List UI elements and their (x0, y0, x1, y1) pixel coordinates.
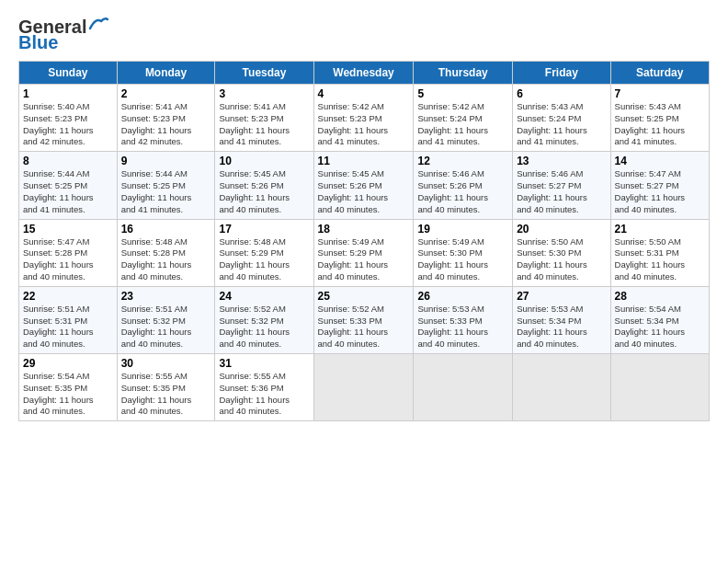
calendar-cell: 25Sunrise: 5:52 AMSunset: 5:33 PMDayligh… (313, 286, 414, 353)
header-thursday: Thursday (414, 62, 513, 85)
day-info: Sunrise: 5:54 AMSunset: 5:34 PMDaylight:… (615, 304, 705, 350)
day-number: 13 (517, 155, 606, 167)
calendar-cell: 20Sunrise: 5:50 AMSunset: 5:30 PMDayligh… (513, 219, 610, 286)
header-row: General Blue (18, 17, 710, 53)
day-number: 19 (417, 223, 508, 236)
calendar-cell: 7Sunrise: 5:43 AMSunset: 5:25 PMDaylight… (610, 85, 709, 152)
calendar-cell (414, 354, 513, 421)
calendar-cell (313, 354, 414, 421)
day-number: 5 (417, 87, 508, 100)
day-number: 6 (517, 87, 606, 100)
calendar-cell: 4Sunrise: 5:42 AMSunset: 5:23 PMDaylight… (313, 85, 414, 152)
day-info: Sunrise: 5:41 AMSunset: 5:23 PMDaylight:… (219, 101, 309, 148)
calendar-cell: 31Sunrise: 5:55 AMSunset: 5:36 PMDayligh… (215, 354, 313, 421)
day-info: Sunrise: 5:53 AMSunset: 5:34 PMDaylight:… (517, 304, 606, 350)
day-info: Sunrise: 5:43 AMSunset: 5:24 PMDaylight:… (517, 101, 606, 148)
header-saturday: Saturday (610, 62, 709, 85)
day-info: Sunrise: 5:55 AMSunset: 5:36 PMDaylight:… (219, 371, 309, 418)
day-number: 16 (121, 223, 211, 236)
day-number: 31 (219, 357, 309, 370)
calendar-cell: 16Sunrise: 5:48 AMSunset: 5:28 PMDayligh… (117, 219, 215, 286)
day-number: 25 (318, 290, 410, 303)
day-info: Sunrise: 5:44 AMSunset: 5:25 PMDaylight:… (23, 168, 113, 215)
calendar-cell: 27Sunrise: 5:53 AMSunset: 5:34 PMDayligh… (513, 286, 610, 353)
day-number: 11 (318, 155, 410, 167)
day-info: Sunrise: 5:48 AMSunset: 5:28 PMDaylight:… (121, 236, 211, 283)
day-info: Sunrise: 5:45 AMSunset: 5:26 PMDaylight:… (318, 168, 410, 215)
calendar-week-5: 29Sunrise: 5:54 AMSunset: 5:35 PMDayligh… (19, 354, 710, 421)
day-info: Sunrise: 5:52 AMSunset: 5:33 PMDaylight:… (318, 304, 410, 350)
day-info: Sunrise: 5:47 AMSunset: 5:28 PMDaylight:… (23, 236, 113, 283)
day-number: 29 (23, 357, 113, 370)
calendar-cell: 13Sunrise: 5:46 AMSunset: 5:27 PMDayligh… (513, 152, 610, 219)
day-info: Sunrise: 5:46 AMSunset: 5:27 PMDaylight:… (517, 168, 606, 215)
day-info: Sunrise: 5:41 AMSunset: 5:23 PMDaylight:… (121, 101, 211, 148)
calendar-cell (513, 354, 610, 421)
header-monday: Monday (117, 62, 215, 85)
day-info: Sunrise: 5:51 AMSunset: 5:32 PMDaylight:… (121, 304, 211, 350)
day-number: 21 (615, 223, 705, 236)
calendar-header-row: SundayMondayTuesdayWednesdayThursdayFrid… (19, 62, 710, 85)
day-info: Sunrise: 5:42 AMSunset: 5:24 PMDaylight:… (417, 101, 508, 148)
day-number: 12 (417, 155, 508, 167)
page-container: General Blue SundayMondayTuesdayWednesda… (0, 0, 728, 431)
header-sunday: Sunday (19, 62, 118, 85)
calendar-table: SundayMondayTuesdayWednesdayThursdayFrid… (18, 61, 710, 421)
day-number: 26 (417, 290, 508, 303)
calendar-cell: 23Sunrise: 5:51 AMSunset: 5:32 PMDayligh… (117, 286, 215, 353)
day-number: 8 (23, 155, 113, 167)
day-info: Sunrise: 5:50 AMSunset: 5:30 PMDaylight:… (517, 236, 606, 283)
day-info: Sunrise: 5:49 AMSunset: 5:29 PMDaylight:… (318, 236, 410, 283)
day-info: Sunrise: 5:45 AMSunset: 5:26 PMDaylight:… (219, 168, 309, 215)
day-number: 9 (121, 155, 211, 167)
day-info: Sunrise: 5:55 AMSunset: 5:35 PMDaylight:… (121, 371, 211, 418)
logo-blue: Blue (18, 32, 58, 53)
calendar-cell (610, 354, 709, 421)
day-number: 2 (121, 87, 211, 100)
header-wednesday: Wednesday (313, 62, 414, 85)
calendar-week-4: 22Sunrise: 5:51 AMSunset: 5:31 PMDayligh… (19, 286, 710, 353)
header-friday: Friday (513, 62, 610, 85)
day-number: 3 (219, 87, 309, 100)
calendar-cell: 30Sunrise: 5:55 AMSunset: 5:35 PMDayligh… (117, 354, 215, 421)
day-number: 10 (219, 155, 309, 167)
day-info: Sunrise: 5:44 AMSunset: 5:25 PMDaylight:… (121, 168, 211, 215)
calendar-cell: 17Sunrise: 5:48 AMSunset: 5:29 PMDayligh… (215, 219, 313, 286)
calendar-week-3: 15Sunrise: 5:47 AMSunset: 5:28 PMDayligh… (19, 219, 710, 286)
day-info: Sunrise: 5:40 AMSunset: 5:23 PMDaylight:… (23, 101, 113, 148)
day-number: 18 (318, 223, 410, 236)
calendar-cell: 24Sunrise: 5:52 AMSunset: 5:32 PMDayligh… (215, 286, 313, 353)
calendar-cell: 8Sunrise: 5:44 AMSunset: 5:25 PMDaylight… (19, 152, 118, 219)
calendar-cell: 12Sunrise: 5:46 AMSunset: 5:26 PMDayligh… (414, 152, 513, 219)
calendar-cell: 14Sunrise: 5:47 AMSunset: 5:27 PMDayligh… (610, 152, 709, 219)
day-info: Sunrise: 5:43 AMSunset: 5:25 PMDaylight:… (615, 101, 705, 148)
calendar-cell: 29Sunrise: 5:54 AMSunset: 5:35 PMDayligh… (19, 354, 118, 421)
calendar-cell: 10Sunrise: 5:45 AMSunset: 5:26 PMDayligh… (215, 152, 313, 219)
day-number: 14 (615, 155, 705, 167)
day-number: 28 (615, 290, 705, 303)
day-number: 23 (121, 290, 211, 303)
day-info: Sunrise: 5:51 AMSunset: 5:31 PMDaylight:… (23, 304, 113, 350)
day-number: 17 (219, 223, 309, 236)
header-tuesday: Tuesday (215, 62, 313, 85)
calendar-cell: 1Sunrise: 5:40 AMSunset: 5:23 PMDaylight… (19, 85, 118, 152)
day-info: Sunrise: 5:54 AMSunset: 5:35 PMDaylight:… (23, 371, 113, 418)
day-number: 24 (219, 290, 309, 303)
calendar-cell: 2Sunrise: 5:41 AMSunset: 5:23 PMDaylight… (117, 85, 215, 152)
calendar-cell: 9Sunrise: 5:44 AMSunset: 5:25 PMDaylight… (117, 152, 215, 219)
calendar-cell: 15Sunrise: 5:47 AMSunset: 5:28 PMDayligh… (19, 219, 118, 286)
day-number: 1 (23, 87, 113, 100)
calendar-cell: 18Sunrise: 5:49 AMSunset: 5:29 PMDayligh… (313, 219, 414, 286)
logo-bird-icon (88, 16, 108, 32)
day-info: Sunrise: 5:50 AMSunset: 5:31 PMDaylight:… (615, 236, 705, 283)
calendar-week-2: 8Sunrise: 5:44 AMSunset: 5:25 PMDaylight… (19, 152, 710, 219)
calendar-cell: 11Sunrise: 5:45 AMSunset: 5:26 PMDayligh… (313, 152, 414, 219)
day-number: 7 (615, 87, 705, 100)
day-number: 20 (517, 223, 606, 236)
day-number: 22 (23, 290, 113, 303)
day-number: 30 (121, 357, 211, 370)
day-info: Sunrise: 5:42 AMSunset: 5:23 PMDaylight:… (318, 101, 410, 148)
calendar-cell: 21Sunrise: 5:50 AMSunset: 5:31 PMDayligh… (610, 219, 709, 286)
logo: General Blue (18, 17, 108, 53)
calendar-cell: 5Sunrise: 5:42 AMSunset: 5:24 PMDaylight… (414, 85, 513, 152)
